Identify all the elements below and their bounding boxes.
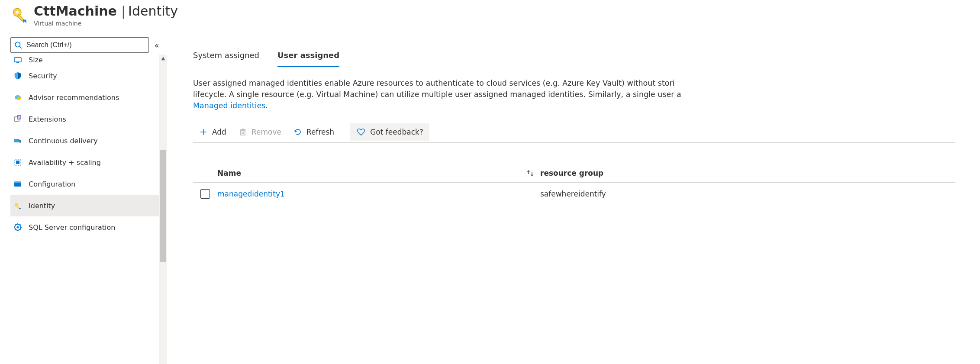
shield-icon <box>13 71 23 81</box>
scaling-icon <box>13 158 23 167</box>
resource-name: CttMachine <box>34 3 117 19</box>
refresh-icon <box>293 128 302 136</box>
sidebar-nav: ▲ Size Security Advisor recommendat <box>10 55 167 364</box>
svg-rect-15 <box>14 182 21 187</box>
title-divider: | <box>121 3 126 19</box>
sidebar-item-continuous-delivery[interactable]: Continuous delivery <box>10 130 167 151</box>
svg-line-28 <box>15 229 16 230</box>
svg-point-17 <box>15 203 18 206</box>
sidebar-item-label: Extensions <box>29 115 66 123</box>
column-header-name[interactable]: Name <box>217 169 520 177</box>
add-label: Add <box>212 128 226 136</box>
svg-rect-16 <box>14 181 21 183</box>
sidebar-item-label: SQL Server configuration <box>29 223 115 232</box>
svg-rect-6 <box>14 58 21 62</box>
page-title: CttMachine | Identity <box>34 3 178 19</box>
svg-point-1 <box>16 11 19 14</box>
search-icon <box>14 41 22 49</box>
scroll-up-icon[interactable]: ▲ <box>159 55 167 61</box>
svg-line-29 <box>20 225 21 225</box>
command-bar: Add Remove Refresh Got feedback? <box>193 123 955 143</box>
sidebar-item-configuration[interactable]: Configuration <box>10 173 167 195</box>
sidebar-scrollbar[interactable]: ▲ <box>159 55 167 364</box>
sidebar-item-advisor[interactable]: Advisor recommendations <box>10 87 167 108</box>
blade-header: CttMachine | Identity Virtual machine <box>0 0 980 27</box>
svg-marker-3 <box>23 20 26 23</box>
search-input[interactable] <box>26 41 145 49</box>
trash-icon <box>239 128 247 136</box>
sidebar-item-extensions[interactable]: Extensions <box>10 108 167 130</box>
sidebar-item-sql-server[interactable]: SQL Server configuration <box>10 216 167 238</box>
heart-icon <box>356 127 366 137</box>
description-text-2: lifecycle. A single resource (e.g. Virtu… <box>193 90 681 99</box>
main-content: System assigned User assigned User assig… <box>167 37 980 364</box>
key-icon <box>10 6 29 24</box>
sidebar-item-availability[interactable]: Availability + scaling <box>10 151 167 173</box>
identity-name-link[interactable]: managedidentity1 <box>217 190 520 198</box>
sidebar-item-size[interactable]: Size <box>10 55 167 65</box>
svg-rect-7 <box>16 62 19 63</box>
svg-line-26 <box>15 225 16 225</box>
refresh-button[interactable]: Refresh <box>287 123 340 141</box>
sidebar-item-security[interactable]: Security <box>10 65 167 87</box>
delivery-icon <box>13 136 23 145</box>
feedback-label: Got feedback? <box>370 128 423 136</box>
sidebar-item-label: Continuous delivery <box>29 137 98 145</box>
add-button[interactable]: Add <box>193 123 232 141</box>
config-icon <box>13 179 23 189</box>
column-header-resource-group[interactable]: resource group <box>540 169 955 177</box>
resource-type: Virtual machine <box>34 20 178 27</box>
sidebar-item-identity[interactable]: Identity <box>10 195 167 216</box>
svg-line-27 <box>20 229 21 230</box>
sidebar: « ▲ Size Security <box>0 37 167 364</box>
tab-system-assigned[interactable]: System assigned <box>193 47 259 67</box>
refresh-label: Refresh <box>306 128 334 136</box>
identity-resource-group: safewhereidentify <box>540 190 955 198</box>
row-checkbox[interactable] <box>200 189 210 199</box>
search-box[interactable] <box>10 37 149 53</box>
tab-user-assigned[interactable]: User assigned <box>277 47 339 67</box>
collapse-sidebar-button[interactable]: « <box>149 41 164 50</box>
description-text-1: User assigned managed identities enable … <box>193 79 675 87</box>
sidebar-item-label: Security <box>29 72 57 80</box>
svg-marker-19 <box>19 208 21 209</box>
extensions-icon <box>13 114 23 124</box>
advisor-icon <box>13 93 23 102</box>
identity-key-icon <box>13 201 23 210</box>
sidebar-item-label: Advisor recommendations <box>29 93 119 102</box>
table-row[interactable]: managedidentity1 safewhereidentify <box>193 183 955 205</box>
svg-point-4 <box>15 42 20 47</box>
gear-icon <box>13 222 23 232</box>
size-icon <box>13 55 23 64</box>
tab-description: User assigned managed identities enable … <box>193 77 955 111</box>
scroll-thumb[interactable] <box>160 150 166 262</box>
svg-point-21 <box>17 226 19 229</box>
svg-point-12 <box>19 142 21 143</box>
description-period: . <box>265 101 268 110</box>
remove-button: Remove <box>232 123 287 141</box>
feedback-button[interactable]: Got feedback? <box>350 123 429 141</box>
svg-rect-2 <box>17 15 24 21</box>
blade-section: Identity <box>128 3 178 19</box>
sidebar-item-label: Size <box>29 56 43 64</box>
managed-identities-link[interactable]: Managed identities <box>193 101 265 110</box>
sidebar-item-label: Availability + scaling <box>29 158 101 167</box>
svg-point-9 <box>17 97 21 100</box>
plus-icon <box>199 128 208 136</box>
toolbar-separator <box>343 126 343 138</box>
identities-grid: Name resource group managedidentity1 saf… <box>193 164 955 205</box>
grid-header-row: Name resource group <box>193 164 955 183</box>
tab-bar: System assigned User assigned <box>193 47 980 67</box>
sidebar-item-label: Identity <box>29 202 55 210</box>
svg-rect-14 <box>16 161 19 164</box>
svg-line-5 <box>19 46 22 48</box>
sort-icon[interactable] <box>520 169 540 177</box>
sidebar-item-label: Configuration <box>29 180 76 188</box>
remove-label: Remove <box>251 128 281 136</box>
